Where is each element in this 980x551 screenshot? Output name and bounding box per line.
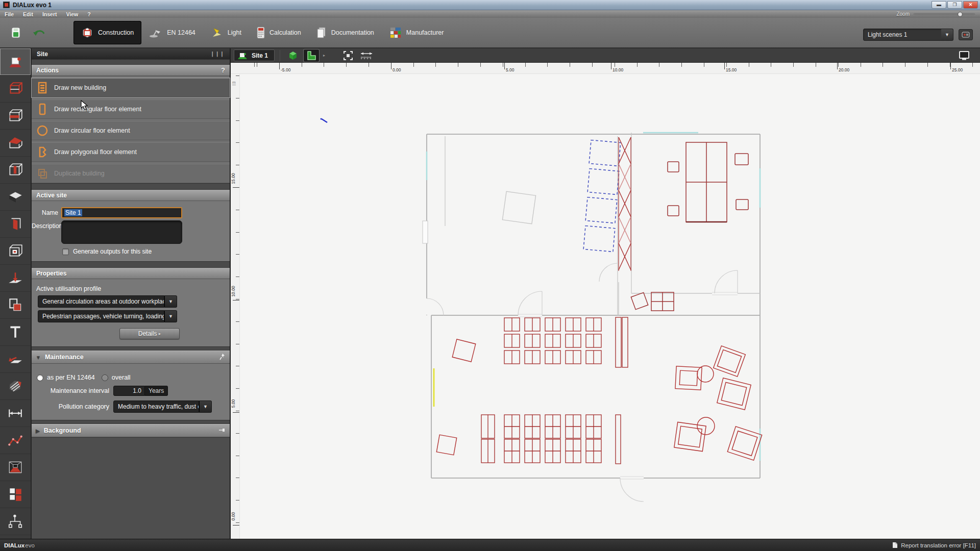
tool-dimension[interactable] bbox=[0, 400, 31, 427]
site-breadcrumb-button[interactable]: Site 1 bbox=[234, 49, 275, 61]
polyline-icon bbox=[7, 432, 23, 448]
maintenance-header[interactable]: ▼ Maintenance bbox=[32, 350, 230, 364]
profile-select-1[interactable]: General circulation areas at outdoor wor… bbox=[38, 295, 164, 308]
save-button[interactable] bbox=[8, 25, 23, 40]
profile-select-2-caret[interactable]: ▼ bbox=[164, 310, 177, 322]
action-draw-new-building[interactable]: Draw new building bbox=[32, 78, 230, 97]
zoom-slider[interactable] bbox=[914, 13, 975, 15]
action-draw-circ-floor[interactable]: Draw circular floor element bbox=[32, 121, 230, 140]
tab-calculation[interactable]: Calculation bbox=[249, 21, 309, 44]
report-icon bbox=[892, 542, 898, 548]
tool-assembly-zone[interactable] bbox=[0, 265, 31, 292]
close-button[interactable]: ✕ bbox=[963, 1, 978, 9]
view-3d-button[interactable] bbox=[285, 49, 301, 62]
vertical-ruler: m 15.00 10.00 5.00 0.00 bbox=[231, 74, 240, 539]
radio-as-per-en12464-label: as per EN 12464 bbox=[47, 374, 95, 381]
pollution-category-select[interactable]: Medium to heavy traffic, dust e bbox=[113, 400, 199, 413]
maintenance-interval-input[interactable]: 1.0 bbox=[113, 386, 145, 396]
tab-light[interactable]: Light bbox=[203, 21, 249, 44]
profile-select-2[interactable]: Pedestrian passages, vehicle turning, lo… bbox=[38, 310, 164, 322]
menu-bar: File Edit Insert View ? Zoom bbox=[0, 10, 980, 18]
radio-overall[interactable] bbox=[102, 374, 108, 381]
restore-button[interactable]: ❐ bbox=[947, 1, 962, 9]
draw-cursor-mark bbox=[321, 118, 328, 123]
action-draw-poly-floor[interactable]: Draw polygonal floor element bbox=[32, 142, 230, 162]
actions-header: Actions ? bbox=[32, 65, 230, 76]
menu-help[interactable]: ? bbox=[83, 11, 95, 17]
view-more-arrow[interactable]: ▸ bbox=[323, 53, 325, 58]
tool-roof[interactable] bbox=[0, 130, 31, 157]
undo-button[interactable] bbox=[32, 25, 47, 40]
ruler-label: 15.00 bbox=[726, 67, 737, 72]
title-bar: DIALux evo 1 ▬ ❐ ✕ bbox=[0, 0, 980, 10]
tab-documentation[interactable]: Documentation bbox=[309, 21, 382, 44]
minimize-button[interactable]: ▬ bbox=[932, 1, 946, 9]
details-button[interactable]: Details ▸ bbox=[119, 328, 180, 339]
tab-manufacturer[interactable]: Manufacturer bbox=[382, 21, 452, 44]
maintenance-header-label: Maintenance bbox=[45, 354, 84, 361]
view-plan-button[interactable] bbox=[304, 49, 319, 62]
drawing-viewport[interactable]: m 15.00 10.00 5.00 0.00 bbox=[231, 74, 980, 539]
display-options-button[interactable] bbox=[957, 49, 972, 62]
menu-edit[interactable]: Edit bbox=[18, 11, 38, 17]
document-icon bbox=[316, 27, 327, 39]
scene-image-button[interactable] bbox=[959, 29, 973, 40]
site-name-value: Site 1 bbox=[64, 209, 82, 216]
tool-material[interactable] bbox=[0, 373, 31, 400]
measure-icon bbox=[360, 51, 373, 61]
report-translation-link[interactable]: Report translation error [F11] bbox=[901, 542, 976, 548]
pin-horizontal-icon[interactable] bbox=[218, 427, 226, 434]
profile-select-1-caret[interactable]: ▼ bbox=[164, 295, 177, 308]
zoom-slider-knob[interactable] bbox=[958, 12, 963, 17]
properties-form: Active utilisation profile General circu… bbox=[32, 279, 230, 346]
tab-label: Manufacturer bbox=[406, 29, 444, 36]
pollution-category-caret[interactable]: ▼ bbox=[199, 400, 212, 413]
side-panel: Site ❘❘❘ Actions ? Draw new building Dra… bbox=[32, 48, 231, 539]
tool-false-colours[interactable] bbox=[0, 454, 31, 481]
tool-floor-element[interactable] bbox=[0, 292, 31, 319]
description-input[interactable] bbox=[61, 220, 182, 244]
canvas-area: Site 1 ▸ bbox=[231, 48, 980, 539]
tab-construction[interactable]: Construction bbox=[74, 21, 141, 44]
tab-label: Light bbox=[228, 29, 241, 36]
site-button-label: Site 1 bbox=[252, 52, 268, 59]
light-scenes-select[interactable]: Light scenes 1 bbox=[863, 29, 946, 41]
pin-icon[interactable] bbox=[219, 353, 226, 362]
action-draw-rect-floor[interactable]: Draw rectangular floor element bbox=[32, 99, 230, 119]
tool-storey[interactable] bbox=[0, 103, 31, 130]
tool-door[interactable] bbox=[0, 211, 31, 238]
tool-polyline[interactable] bbox=[0, 427, 31, 454]
tool-site[interactable] bbox=[0, 48, 31, 76]
radio-as-per-en12464[interactable] bbox=[37, 374, 43, 381]
floor-plan[interactable] bbox=[240, 74, 980, 539]
active-site-header-label: Active site bbox=[36, 192, 67, 199]
tab-label: Construction bbox=[98, 29, 134, 36]
details-button-label: Details bbox=[138, 330, 157, 337]
site-icon bbox=[7, 54, 23, 70]
tool-ceiling[interactable] bbox=[0, 184, 31, 211]
light-scenes-caret[interactable]: ▼ bbox=[941, 29, 953, 41]
duplicate-building-icon bbox=[37, 167, 48, 180]
tool-structure[interactable] bbox=[0, 508, 31, 535]
undo-icon bbox=[33, 28, 46, 38]
menu-insert[interactable]: Insert bbox=[38, 11, 62, 17]
tool-north-arrow[interactable] bbox=[0, 346, 31, 373]
tool-text[interactable] bbox=[0, 319, 31, 346]
background-header[interactable]: ▶ Background bbox=[32, 424, 230, 437]
tab-en12464[interactable]: EN 12464 bbox=[141, 21, 203, 44]
panel-options-icon[interactable]: ❘❘❘ bbox=[210, 51, 225, 57]
menu-view[interactable]: View bbox=[62, 11, 83, 17]
measure-button[interactable] bbox=[359, 49, 374, 62]
help-icon[interactable]: ? bbox=[221, 66, 225, 74]
tool-room-element[interactable] bbox=[0, 157, 31, 184]
generate-outputs-checkbox[interactable] bbox=[62, 248, 69, 255]
menu-file[interactable]: File bbox=[0, 11, 18, 17]
tool-building[interactable] bbox=[0, 76, 31, 103]
pollution-category-label: Pollution category bbox=[32, 403, 113, 410]
zoom-fit-button[interactable] bbox=[340, 49, 356, 62]
maintenance-interval-label: Maintenance interval bbox=[32, 387, 113, 394]
window-icon bbox=[7, 243, 23, 259]
site-name-input[interactable]: Site 1 bbox=[61, 207, 182, 218]
tool-colours[interactable] bbox=[0, 481, 31, 508]
tool-window[interactable] bbox=[0, 238, 31, 265]
